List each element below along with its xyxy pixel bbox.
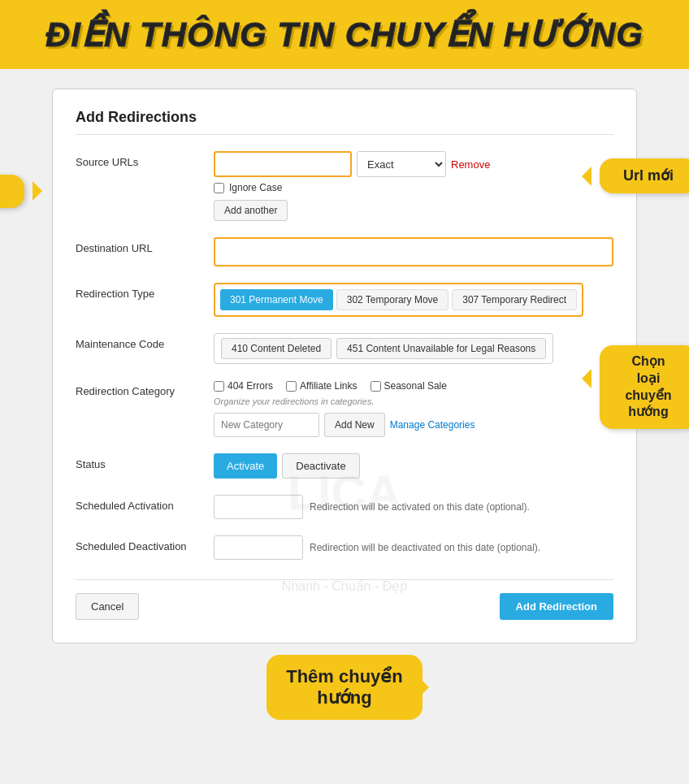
redir-type-307[interactable]: 307 Temporary Redirect [452, 289, 577, 310]
source-urls-row: Source URLs Exact Remove Ignore Case Add… [76, 151, 613, 221]
redirection-category-row: Redirection Category 404 Errors Affiliat… [76, 380, 613, 437]
source-urls-label: Source URLs [76, 151, 214, 168]
redirection-type-box: 301 Permanent Move 302 Temporary Move 30… [214, 283, 583, 317]
scheduled-activation-row: Scheduled Activation Redirection will be… [76, 495, 613, 519]
maintenance-code-box: 410 Content Deleted 451 Content Unavaila… [214, 333, 553, 364]
maintenance-code-label: Maintenance Code [76, 333, 214, 350]
scheduled-deactivation-content: Redirection will be deactivated on this … [214, 535, 613, 560]
deactivate-button[interactable]: Deactivate [282, 453, 359, 479]
add-another-button[interactable]: Add another [214, 200, 288, 221]
maintenance-code-row: Maintenance Code 410 Content Deleted 451… [76, 333, 613, 364]
redirection-type-row: Redirection Type 301 Permanent Move 302 … [76, 283, 613, 317]
ignore-case-label: Ignore Case [229, 182, 282, 193]
scheduled-deactivation-label: Scheduled Deactivation [76, 535, 214, 552]
manage-categories-link[interactable]: Manage Categories [390, 419, 475, 431]
scheduled-deactivation-input[interactable] [214, 535, 303, 560]
status-buttons: Activate Deactivate [214, 453, 613, 479]
callout-url-old: Url cũ [0, 175, 24, 208]
source-url-input[interactable] [214, 151, 352, 177]
code-410[interactable]: 410 Content Deleted [221, 338, 332, 359]
scheduled-activation-label: Scheduled Activation [76, 495, 214, 512]
callout-redir-type: Chọn loại chuyển hướng [600, 345, 689, 429]
status-label: Status [76, 453, 214, 470]
header-banner: ĐIỀN THÔNG TIN CHUYỂN HƯỚNG [0, 0, 689, 69]
activate-button[interactable]: Activate [214, 453, 277, 479]
callout-url-new: Url mới [600, 158, 689, 193]
add-new-button[interactable]: Add New [324, 413, 385, 437]
status-row: Status Activate Deactivate [76, 453, 613, 479]
form-title: Add Redirections [76, 109, 613, 135]
destination-url-row: Destination URL [76, 237, 613, 266]
exact-select[interactable]: Exact [357, 151, 446, 177]
code-451[interactable]: 451 Content Unavailable for Legal Reason… [336, 338, 546, 359]
header-title: ĐIỀN THÔNG TIN CHUYỂN HƯỚNG [16, 15, 673, 54]
remove-link[interactable]: Remove [451, 158, 490, 171]
cancel-button[interactable]: Cancel [76, 593, 139, 620]
scheduled-activation-note: Redirection will be activated on this da… [310, 501, 530, 513]
new-category-input[interactable] [214, 413, 319, 437]
scheduled-activation-content: Redirection will be activated on this da… [214, 495, 613, 519]
form-footer: Cancel Add Redirection [76, 579, 613, 620]
destination-url-label: Destination URL [76, 237, 214, 254]
ignore-case-checkbox[interactable] [214, 183, 224, 193]
redirection-category-label: Redirection Category [76, 380, 214, 397]
maintenance-code-content: 410 Content Deleted 451 Content Unavaila… [214, 333, 613, 364]
destination-url-content [214, 237, 613, 266]
redirection-type-label: Redirection Type [76, 283, 214, 300]
scheduled-activation-input[interactable] [214, 495, 303, 519]
category-seasonal-label: Seasonal Sale [370, 380, 447, 392]
category-affiliate-label: Affiliate Links [286, 380, 357, 392]
redirection-category-content: 404 Errors Affiliate Links Seasonal Sale… [214, 380, 613, 437]
source-url-input-row: Exact Remove [214, 151, 613, 177]
source-urls-content: Exact Remove Ignore Case Add another [214, 151, 613, 221]
redir-type-302[interactable]: 302 Temporary Move [336, 289, 449, 310]
redirection-type-content: 301 Permanent Move 302 Temporary Move 30… [214, 283, 613, 317]
category-checkboxes: 404 Errors Affiliate Links Seasonal Sale [214, 380, 613, 392]
add-redirection-button[interactable]: Add Redirection [500, 593, 613, 620]
category-404-label: 404 Errors [214, 380, 273, 392]
category-seasonal-checkbox[interactable] [370, 381, 381, 392]
ignore-case-row: Ignore Case [214, 182, 613, 193]
organize-note: Organize your redirections in categories… [214, 396, 613, 406]
scheduled-deactivation-row: Scheduled Deactivation Redirection will … [76, 535, 613, 560]
status-content: Activate Deactivate [214, 453, 613, 479]
category-actions: Add New Manage Categories [214, 413, 613, 437]
category-affiliate-checkbox[interactable] [286, 381, 297, 392]
form-card: Add Redirections Source URLs Exact Remov… [52, 89, 637, 643]
category-404-checkbox[interactable] [214, 381, 224, 392]
redir-type-301[interactable]: 301 Permanent Move [220, 289, 333, 310]
destination-url-input[interactable] [214, 237, 613, 266]
scheduled-deactivation-note: Redirection will be deactivated on this … [310, 542, 540, 553]
callout-footer: Thêm chuyển hướng [266, 655, 422, 720]
